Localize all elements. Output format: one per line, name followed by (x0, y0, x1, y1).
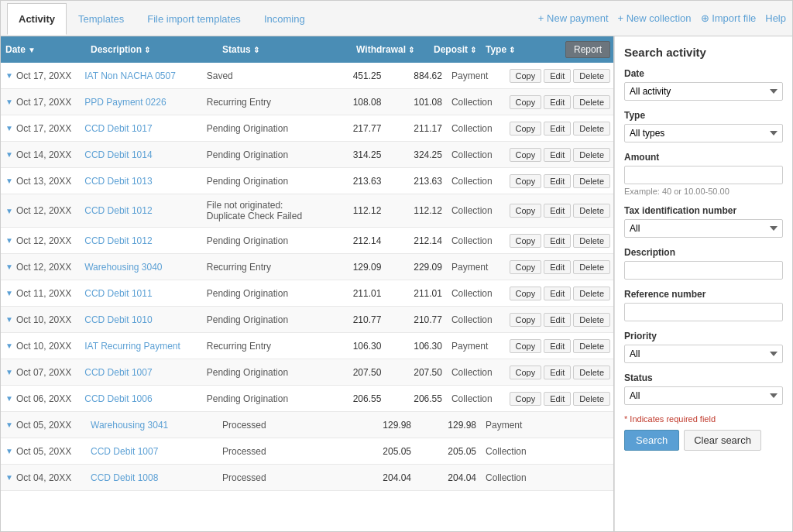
delete-button[interactable]: Delete (573, 95, 610, 109)
required-asterisk: * (624, 414, 627, 424)
edit-button[interactable]: Edit (544, 148, 571, 162)
description-link[interactable]: CCD Debit 1006 (84, 393, 152, 404)
cell-description: CCD Debit 1006 (80, 391, 201, 407)
taxid-filter-select[interactable]: All (624, 219, 783, 238)
row-chevron[interactable]: ▼ (5, 394, 13, 403)
copy-button[interactable]: Copy (510, 234, 542, 248)
row-chevron[interactable]: ▼ (5, 447, 13, 455)
row-chevron[interactable]: ▼ (5, 177, 13, 185)
description-link[interactable]: CCD Debit 1007 (91, 446, 158, 457)
description-link[interactable]: CCD Debit 1008 (91, 472, 158, 483)
delete-button[interactable]: Delete (573, 148, 610, 162)
amount-filter-input[interactable] (624, 166, 783, 184)
report-button[interactable]: Report (565, 41, 610, 58)
row-chevron[interactable]: ▼ (5, 98, 13, 106)
description-link[interactable]: CCD Debit 1010 (84, 314, 152, 325)
edit-button[interactable]: Edit (544, 287, 571, 300)
col-header-status[interactable]: Status ⇕ (218, 41, 349, 58)
copy-button[interactable]: Copy (510, 287, 542, 300)
delete-button[interactable]: Delete (573, 69, 610, 83)
copy-button[interactable]: Copy (510, 69, 542, 83)
tab-file-import[interactable]: File import templates (136, 3, 252, 34)
delete-button[interactable]: Delete (573, 392, 610, 406)
copy-button[interactable]: Copy (510, 260, 542, 274)
tab-templates[interactable]: Templates (67, 3, 136, 34)
row-chevron[interactable]: ▼ (5, 342, 13, 350)
delete-button[interactable]: Delete (573, 234, 610, 248)
copy-button[interactable]: Copy (510, 366, 542, 379)
description-link[interactable]: IAT Non NACHA 0507 (84, 70, 176, 81)
copy-button[interactable]: Copy (510, 339, 542, 353)
row-chevron[interactable]: ▼ (5, 150, 13, 159)
description-filter-input[interactable] (624, 261, 783, 280)
priority-filter-select[interactable]: AllHighNormal (624, 345, 783, 363)
date-filter-select[interactable]: All activityTodayLast 7 daysLast 30 days… (624, 82, 783, 101)
row-chevron[interactable]: ▼ (5, 289, 13, 297)
description-link[interactable]: CCD Debit 1011 (84, 288, 152, 299)
tab-activity[interactable]: Activity (7, 3, 67, 35)
description-link[interactable]: CCD Debit 1017 (84, 123, 152, 134)
description-link[interactable]: Warehousing 3040 (84, 262, 162, 273)
description-link[interactable]: CCD Debit 1013 (84, 176, 152, 187)
import-file-link[interactable]: ⊕ Import file (701, 12, 757, 24)
search-button[interactable]: Search (624, 430, 679, 451)
delete-button[interactable]: Delete (573, 313, 610, 327)
copy-button[interactable]: Copy (510, 392, 542, 406)
row-chevron[interactable]: ▼ (5, 124, 13, 132)
delete-button[interactable]: Delete (573, 260, 610, 274)
description-link[interactable]: PPD Payment 0226 (84, 97, 166, 108)
edit-button[interactable]: Edit (544, 339, 571, 353)
row-chevron[interactable]: ▼ (5, 71, 13, 80)
copy-button[interactable]: Copy (510, 204, 542, 218)
edit-button[interactable]: Edit (544, 95, 571, 109)
new-payment-link[interactable]: + New payment (538, 12, 609, 24)
delete-button[interactable]: Delete (573, 339, 610, 353)
edit-button[interactable]: Edit (544, 174, 571, 188)
type-filter-select[interactable]: All typesPaymentCollection (624, 124, 783, 142)
edit-button[interactable]: Edit (544, 204, 571, 218)
copy-button[interactable]: Copy (510, 148, 542, 162)
copy-button[interactable]: Copy (510, 313, 542, 327)
row-chevron[interactable]: ▼ (5, 368, 13, 376)
delete-button[interactable]: Delete (573, 287, 610, 300)
col-header-type[interactable]: Type ⇕ (481, 41, 543, 58)
description-link[interactable]: Warehousing 3041 (91, 420, 168, 431)
edit-button[interactable]: Edit (544, 260, 571, 274)
edit-button[interactable]: Edit (544, 69, 571, 83)
col-header-date[interactable]: Date ▼ (1, 41, 86, 58)
col-header-description[interactable]: Description ⇕ (86, 41, 218, 58)
description-link[interactable]: IAT Recurring Payment (84, 341, 180, 352)
edit-button[interactable]: Edit (544, 366, 571, 379)
reference-filter-input[interactable] (624, 303, 783, 321)
row-chevron[interactable]: ▼ (5, 263, 13, 271)
row-chevron[interactable]: ▼ (5, 420, 13, 429)
description-link[interactable]: CCD Debit 1007 (84, 367, 152, 378)
new-collection-link[interactable]: + New collection (618, 12, 692, 24)
amount-hint: Example: 40 or 10.00-50.00 (624, 187, 783, 196)
col-header-deposit[interactable]: Deposit ⇕ (419, 41, 481, 58)
description-link[interactable]: CCD Debit 1014 (84, 149, 152, 160)
table-area: Date ▼ Description ⇕ Status ⇕ Withdrawal… (1, 36, 614, 532)
edit-button[interactable]: Edit (544, 234, 571, 248)
copy-button[interactable]: Copy (510, 122, 542, 136)
delete-button[interactable]: Delete (573, 122, 610, 136)
delete-button[interactable]: Delete (573, 174, 610, 188)
tab-incoming[interactable]: Incoming (252, 3, 317, 34)
row-chevron[interactable]: ▼ (5, 236, 13, 245)
copy-button[interactable]: Copy (510, 95, 542, 109)
edit-button[interactable]: Edit (544, 122, 571, 136)
delete-button[interactable]: Delete (573, 366, 610, 379)
clear-search-button[interactable]: Clear search (684, 430, 761, 451)
description-link[interactable]: CCD Debit 1012 (84, 235, 152, 246)
row-chevron[interactable]: ▼ (5, 315, 13, 324)
edit-button[interactable]: Edit (544, 313, 571, 327)
col-header-withdrawal[interactable]: Withdrawal ⇕ (349, 41, 419, 58)
description-link[interactable]: CCD Debit 1012 (84, 205, 152, 216)
row-chevron[interactable]: ▼ (5, 207, 13, 215)
row-chevron[interactable]: ▼ (5, 473, 13, 482)
help-link[interactable]: Help (765, 12, 786, 24)
copy-button[interactable]: Copy (510, 174, 542, 188)
delete-button[interactable]: Delete (573, 204, 610, 218)
status-filter-select[interactable]: AllSavedPending OriginationRecurring Ent… (624, 386, 783, 405)
edit-button[interactable]: Edit (544, 392, 571, 406)
